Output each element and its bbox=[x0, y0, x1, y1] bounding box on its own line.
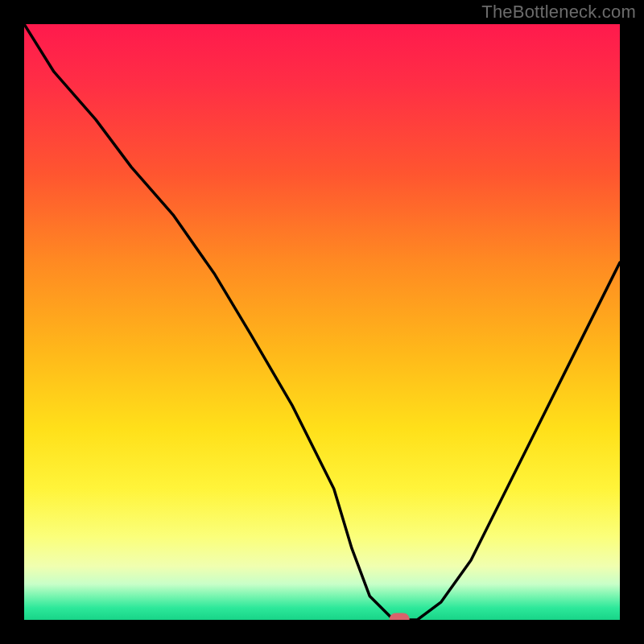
curve-marker bbox=[390, 613, 409, 620]
bottleneck-curve bbox=[24, 24, 620, 620]
chart-container: TheBottleneck.com bbox=[0, 0, 644, 644]
watermark-text: TheBottleneck.com bbox=[481, 2, 636, 23]
chart-svg bbox=[24, 24, 620, 620]
plot-area bbox=[24, 24, 620, 620]
